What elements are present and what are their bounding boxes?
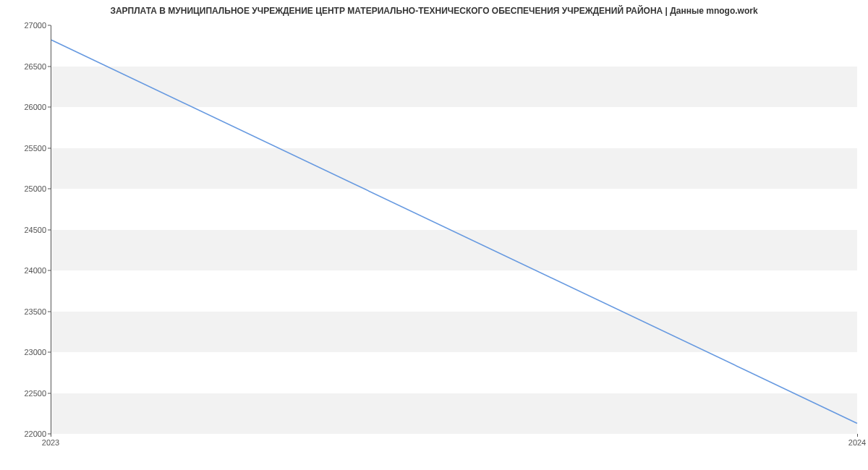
line-layer [51,25,857,433]
y-tick-mark [48,66,51,67]
x-tick-mark [857,434,858,437]
y-tick-label: 22500 [3,389,46,398]
x-tick-mark [51,434,51,437]
y-tick-label: 23500 [3,307,46,316]
y-tick-mark [48,229,51,230]
y-tick-label: 24000 [3,266,46,275]
y-tick-label: 25500 [3,144,46,153]
y-tick-label: 27000 [3,21,46,30]
y-tick-mark [48,25,51,26]
y-tick-mark [48,270,51,271]
y-tick-mark [48,393,51,393]
y-tick-label: 24500 [3,226,46,234]
x-tick-label: 2023 [42,438,59,447]
y-tick-mark [48,311,51,312]
y-tick-mark [48,352,51,353]
y-tick-label: 23000 [3,348,46,356]
y-tick-label: 26000 [3,103,46,111]
y-tick-label: 26500 [3,62,46,71]
y-tick-mark [48,189,51,189]
chart-title: ЗАРПЛАТА В МУНИЦИПАЛЬНОЕ УЧРЕЖДЕНИЕ ЦЕНТ… [0,6,868,16]
y-tick-mark [48,107,51,108]
x-tick-label: 2024 [848,438,866,447]
y-tick-label: 25000 [3,184,46,193]
y-tick-label: 22000 [3,430,46,438]
data-line [51,40,857,423]
plot-area [51,25,857,434]
y-tick-mark [48,148,51,148]
